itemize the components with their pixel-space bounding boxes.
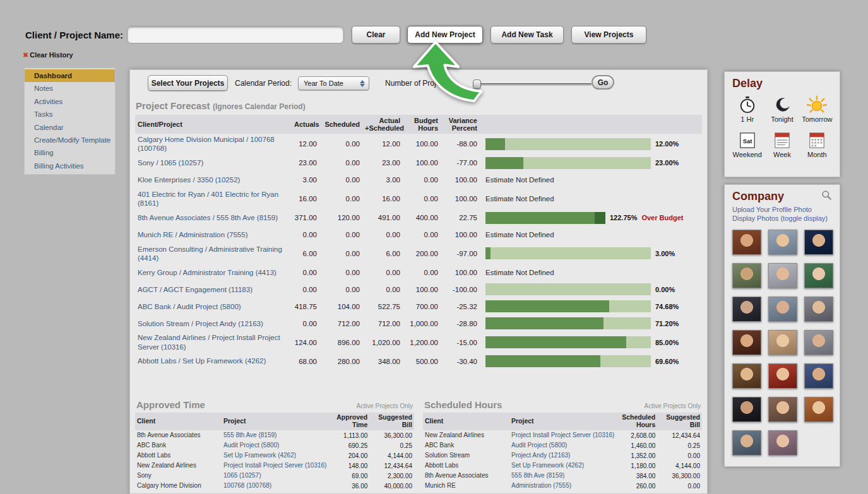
project-link[interactable]: AGCT / AGCT Engagement (11183) bbox=[135, 285, 292, 294]
forecast-row: Munich RE / Administration (7555) 0.00 0… bbox=[135, 226, 702, 244]
project-link[interactable]: New Zealand Airlines / Project Install P… bbox=[135, 333, 292, 351]
project-link[interactable]: Administration (7555) bbox=[509, 481, 618, 490]
scheduled-hours-section: Scheduled Hours Active Projects Only Cli… bbox=[423, 399, 702, 491]
project-link[interactable]: Sony / 1065 (10257) bbox=[135, 158, 292, 167]
delay-week-label: Week bbox=[764, 151, 799, 158]
project-link[interactable]: Kerry Group / Administrator Training (44… bbox=[135, 268, 292, 277]
client-name: 8th Avenue Associates bbox=[135, 431, 222, 440]
project-link[interactable]: Kloe Enterprises / 3350 (10252) bbox=[135, 175, 292, 184]
delay-1hr-button[interactable]: 1 Hr bbox=[730, 94, 764, 123]
project-link[interactable]: 100768 (100768) bbox=[222, 481, 330, 490]
client-name: Solution Stream bbox=[423, 451, 509, 460]
project-link[interactable]: Project Install Project Server (10316) bbox=[222, 461, 330, 470]
project-link[interactable]: Project Install Project Server (10316) bbox=[509, 431, 618, 440]
profile-photo[interactable] bbox=[804, 330, 833, 355]
progress-bar-fill bbox=[485, 336, 626, 348]
profile-photo[interactable] bbox=[804, 397, 833, 422]
profile-photo[interactable] bbox=[768, 430, 797, 456]
col-client-project: Client/Project bbox=[135, 119, 292, 129]
project-link[interactable]: Emerson Consulting / Administrative Trai… bbox=[135, 245, 292, 263]
profile-photo[interactable] bbox=[732, 263, 761, 288]
progress-bar bbox=[485, 138, 651, 150]
project-link[interactable]: 1065 (10257) bbox=[222, 471, 330, 480]
delay-week-button[interactable]: Week bbox=[764, 129, 799, 158]
profile-photo[interactable] bbox=[732, 330, 761, 355]
progress-bar-cell: Estimate Not Defined bbox=[480, 195, 702, 203]
sidebar-item-dashboard[interactable]: Dashboard bbox=[25, 69, 115, 82]
delay-month-button[interactable]: Month bbox=[800, 129, 835, 158]
sun-icon bbox=[800, 94, 835, 114]
hours-value: 1,180.00 bbox=[618, 462, 657, 470]
active-projects-note: Active Projects Only bbox=[357, 403, 413, 409]
progress-bar-fill bbox=[485, 317, 603, 329]
bill-value: 0.25 bbox=[657, 442, 702, 450]
sidebar-item-billing-activities[interactable]: Billing Activities bbox=[25, 160, 115, 172]
profile-photo[interactable] bbox=[768, 297, 797, 322]
profile-photo[interactable] bbox=[732, 397, 761, 422]
add-new-task-button[interactable]: Add New Task bbox=[490, 26, 564, 44]
projects-count-slider[interactable] bbox=[474, 83, 592, 86]
profile-photo[interactable] bbox=[768, 263, 797, 288]
upload-profile-photo-link[interactable]: Upload Your Profile Photo bbox=[732, 206, 832, 213]
profile-photo[interactable] bbox=[732, 363, 761, 389]
project-link[interactable]: Solution Stream / Project Andy (12163) bbox=[135, 319, 292, 328]
select-your-projects-button[interactable]: Select Your Projects bbox=[148, 75, 228, 91]
sidebar-item-billing[interactable]: Billing bbox=[25, 146, 115, 159]
display-photos-toggle-link[interactable]: Display Photos (toggle display) bbox=[732, 215, 832, 222]
profile-photo[interactable] bbox=[804, 363, 833, 389]
progress-bar bbox=[485, 283, 651, 295]
magnifier-icon[interactable] bbox=[821, 190, 832, 203]
col-project: Project bbox=[509, 417, 618, 426]
progress-bar-cell: 0.00% bbox=[480, 283, 702, 295]
clear-button[interactable]: Clear bbox=[352, 26, 400, 44]
profile-photo[interactable] bbox=[804, 263, 833, 288]
profile-photo[interactable] bbox=[732, 430, 761, 456]
project-link[interactable]: 8th Avenue Associates / 555 8th Ave (815… bbox=[135, 213, 292, 222]
sidebar-item-activities[interactable]: Activities bbox=[25, 95, 115, 108]
profile-photo[interactable] bbox=[804, 230, 833, 255]
project-link[interactable]: 401 Electric for Ryan / 401 Electric for… bbox=[135, 190, 292, 208]
profile-photo[interactable] bbox=[768, 363, 797, 389]
delay-tonight-button[interactable]: Tonight bbox=[764, 94, 799, 123]
scheduled-value: 0.00 bbox=[319, 176, 362, 184]
progress-bar-cell: 85.00% bbox=[480, 336, 702, 348]
project-link[interactable]: Munich RE / Administration (7555) bbox=[135, 230, 292, 239]
project-link[interactable]: Audit Project (5800) bbox=[509, 441, 618, 450]
project-link[interactable]: Project Andy (12163) bbox=[509, 451, 618, 460]
clear-history-button[interactable]: ✖ Clear History bbox=[23, 51, 73, 59]
calendar-week-icon bbox=[764, 129, 799, 150]
hours-value: 1,352.00 bbox=[618, 452, 657, 460]
client-project-name-input[interactable] bbox=[127, 26, 344, 44]
project-link[interactable]: Set Up Framework (4262) bbox=[222, 451, 330, 460]
sidebar-item-create-modify-template[interactable]: Create/Modify Template bbox=[25, 134, 115, 146]
delay-weekend-button[interactable]: Sat Weekend bbox=[730, 129, 764, 158]
profile-photo[interactable] bbox=[732, 297, 761, 322]
sidebar-item-notes[interactable]: Notes bbox=[25, 82, 115, 95]
actuals-value: 6.00 bbox=[292, 250, 319, 257]
budget-hours-value: 400.00 bbox=[403, 214, 441, 221]
sidebar-item-calendar[interactable]: Calendar bbox=[25, 121, 115, 134]
profile-photo[interactable] bbox=[768, 397, 797, 422]
profile-photo[interactable] bbox=[732, 230, 761, 255]
budget-hours-value: 0.00 bbox=[403, 269, 441, 276]
go-button[interactable]: Go bbox=[592, 75, 614, 90]
project-link[interactable]: Calgary Home Division Municipal / 100768… bbox=[135, 135, 292, 153]
project-link[interactable]: Audit Project (5800) bbox=[222, 441, 330, 450]
project-link[interactable]: Set Up Framework (4262) bbox=[509, 461, 618, 470]
progress-bar-fill bbox=[485, 300, 609, 312]
project-link[interactable]: Abbott Labs / Set Up Framework (4262) bbox=[135, 356, 292, 365]
budget-hours-value: 100.00 bbox=[403, 140, 441, 148]
sidebar-item-tasks[interactable]: Tasks bbox=[25, 108, 115, 121]
calendar-period-select[interactable]: Year To Date bbox=[298, 76, 369, 90]
profile-photo[interactable] bbox=[804, 297, 833, 322]
profile-photo[interactable] bbox=[768, 330, 797, 355]
view-projects-button[interactable]: View Projects bbox=[571, 26, 646, 44]
delay-tomorrow-button[interactable]: Tomorrow bbox=[800, 94, 835, 123]
actuals-value: 0.00 bbox=[292, 231, 319, 238]
project-link[interactable]: ABC Bank / Audit Project (5800) bbox=[135, 302, 292, 311]
project-link[interactable]: 555 8th Ave (8159) bbox=[222, 431, 330, 440]
budget-hours-value: 500.00 bbox=[403, 358, 441, 365]
actual-scheduled-value: 12.00 bbox=[362, 140, 403, 148]
profile-photo[interactable] bbox=[768, 230, 797, 255]
project-link[interactable]: 555 8th Ave (8159) bbox=[509, 471, 618, 480]
